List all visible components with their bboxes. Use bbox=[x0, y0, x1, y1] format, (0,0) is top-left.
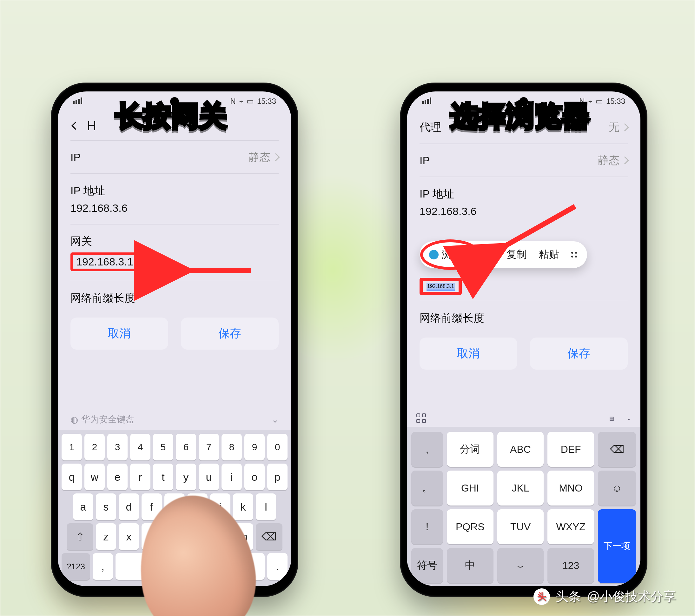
key-emoji[interactable]: ☺ bbox=[598, 470, 636, 505]
prefix-length-label: 网络前缀长度 bbox=[58, 281, 291, 308]
keyboard-menu-icon[interactable] bbox=[417, 413, 426, 423]
key-p[interactable]: p bbox=[267, 464, 288, 490]
ip-address-value[interactable]: 192.168.3.6 bbox=[58, 201, 291, 224]
key-comma[interactable]: , bbox=[93, 553, 113, 580]
key-j[interactable]: j bbox=[210, 494, 231, 520]
key-123[interactable]: 123 bbox=[547, 548, 594, 583]
gateway-value: 192.168.3.1 bbox=[76, 255, 133, 268]
globe-icon bbox=[429, 250, 439, 260]
key-4[interactable]: 4 bbox=[130, 434, 150, 461]
key-7[interactable]: 7 bbox=[199, 434, 219, 461]
key-z[interactable]: z bbox=[96, 523, 116, 550]
wifi-icon bbox=[73, 98, 82, 104]
status-time: 15:33 bbox=[257, 97, 276, 106]
key-m[interactable]: m bbox=[233, 523, 253, 550]
key-v[interactable]: v bbox=[164, 523, 185, 550]
row-ip-mode[interactable]: IP 静态 bbox=[407, 144, 640, 177]
prefix-length-label: 网络前缀长度 bbox=[407, 301, 640, 328]
key-6[interactable]: 6 bbox=[176, 434, 196, 461]
key-d[interactable]: d bbox=[119, 494, 139, 520]
chevron-right-icon bbox=[272, 153, 279, 161]
key-8[interactable]: 8 bbox=[221, 434, 242, 461]
ip-address-label: IP 地址 bbox=[407, 177, 640, 204]
key-wxyz[interactable]: WXYZ bbox=[547, 509, 594, 544]
key-g[interactable]: g bbox=[164, 494, 185, 520]
key-b[interactable]: b bbox=[187, 523, 207, 550]
watermark-brand: 头条 bbox=[556, 588, 581, 605]
key-abc[interactable]: ABC bbox=[497, 432, 544, 467]
key-c[interactable]: c bbox=[141, 523, 162, 550]
chevron-down-icon[interactable]: ⌄ bbox=[271, 414, 278, 425]
key-backspace[interactable]: ⌫ bbox=[256, 523, 283, 550]
key-shift[interactable]: ⇧ bbox=[67, 523, 93, 550]
key-space[interactable] bbox=[116, 553, 265, 580]
key-symbol[interactable]: 符号 bbox=[411, 548, 443, 583]
toutiao-icon: 头 bbox=[533, 588, 550, 605]
key-cn[interactable]: 中 bbox=[447, 548, 493, 583]
ctx-browse[interactable]: 浏览 bbox=[428, 246, 463, 264]
key-def[interactable]: DEF bbox=[547, 432, 594, 467]
cancel-button[interactable]: 取消 bbox=[420, 337, 517, 370]
key-2[interactable]: 2 bbox=[84, 434, 105, 461]
key-jkl[interactable]: JKL bbox=[497, 470, 544, 505]
ip-address-label: IP 地址 bbox=[58, 174, 291, 201]
back-icon[interactable] bbox=[69, 121, 79, 131]
key-backspace[interactable]: ⌫ bbox=[598, 432, 636, 467]
key-u[interactable]: u bbox=[199, 464, 219, 490]
cancel-button[interactable]: 取消 bbox=[70, 318, 168, 350]
save-button[interactable]: 保存 bbox=[530, 337, 628, 370]
key-r[interactable]: r bbox=[130, 464, 150, 490]
shield-icon: ◍ bbox=[70, 414, 78, 425]
key-i[interactable]: i bbox=[221, 464, 242, 490]
key-side-excl[interactable]: ! bbox=[411, 509, 443, 544]
camera-cutout bbox=[519, 97, 528, 106]
svg-line-1 bbox=[502, 206, 575, 248]
key-x[interactable]: x bbox=[119, 523, 139, 550]
status-time: 15:33 bbox=[606, 97, 625, 106]
gateway-value-selected[interactable]: 192.168.3.1 bbox=[426, 283, 455, 290]
key-fenci[interactable]: 分词 bbox=[447, 432, 493, 467]
gateway-field[interactable]: 192.168.3.1 bbox=[58, 251, 291, 281]
save-button[interactable]: 保存 bbox=[181, 318, 278, 350]
key-5[interactable]: 5 bbox=[153, 434, 173, 461]
key-h[interactable]: h bbox=[187, 494, 207, 520]
key-o[interactable]: o bbox=[244, 464, 265, 490]
key-w[interactable]: w bbox=[84, 464, 105, 490]
watermark: 头 头条 @小俊技术分享 bbox=[533, 588, 676, 605]
row-ip-value: 静态 bbox=[249, 150, 270, 165]
nfc-icon: N bbox=[231, 97, 236, 106]
key-k[interactable]: k bbox=[233, 494, 253, 520]
chevron-right-icon bbox=[621, 123, 629, 131]
key-n[interactable]: n bbox=[210, 523, 231, 550]
keyboard-clipboard-icon[interactable]: ▤ bbox=[609, 415, 614, 421]
key-tuv[interactable]: TUV bbox=[497, 509, 544, 544]
row-ip-mode[interactable]: IP 静态 bbox=[58, 141, 291, 173]
key-period[interactable]: . bbox=[267, 553, 288, 580]
annotation-arrow bbox=[179, 251, 255, 291]
key-f[interactable]: f bbox=[141, 494, 162, 520]
key-s[interactable]: s bbox=[96, 494, 116, 520]
gateway-label: 网关 bbox=[58, 224, 291, 251]
key-space[interactable]: ⌣ bbox=[497, 548, 544, 583]
key-ghi[interactable]: GHI bbox=[447, 470, 493, 505]
key-t[interactable]: t bbox=[153, 464, 173, 490]
key-0[interactable]: 0 bbox=[267, 434, 288, 461]
page-title: H bbox=[87, 119, 96, 133]
key-next[interactable]: 下一项 bbox=[598, 509, 636, 583]
screen-right: N ⌁ ▭ 15:33 代理 无 IP 静态 IP 地址 192.1 bbox=[407, 91, 640, 586]
key-side-comma[interactable]: , bbox=[411, 432, 443, 467]
key-side-period[interactable]: 。 bbox=[411, 470, 443, 505]
key-q[interactable]: q bbox=[62, 464, 82, 490]
bt-icon: ⌁ bbox=[239, 97, 243, 106]
keyboard-mic-icon[interactable]: ⌄ bbox=[627, 415, 631, 421]
key-l[interactable]: l bbox=[256, 494, 276, 520]
key-1[interactable]: 1 bbox=[62, 434, 82, 461]
key-a[interactable]: a bbox=[73, 494, 93, 520]
key-pqrs[interactable]: PQRS bbox=[447, 509, 493, 544]
key-mno[interactable]: MNO bbox=[547, 470, 594, 505]
key-y[interactable]: y bbox=[176, 464, 196, 490]
key-e[interactable]: e bbox=[107, 464, 128, 490]
key-3[interactable]: 3 bbox=[107, 434, 128, 461]
key-symbols[interactable]: ?123 bbox=[62, 553, 90, 580]
key-9[interactable]: 9 bbox=[244, 434, 265, 461]
